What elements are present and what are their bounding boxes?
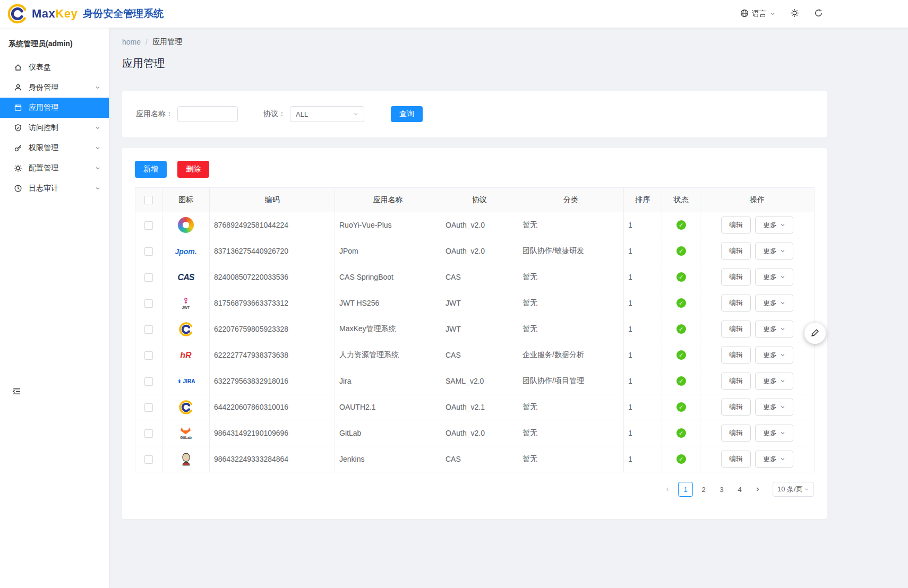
breadcrumb-home-link[interactable]: home bbox=[122, 38, 141, 46]
table-row: 876892492581044224RuoYi-Vue-PlusOAuth_v2… bbox=[135, 212, 815, 238]
sidebar-item-label: 日志审计 bbox=[29, 184, 95, 193]
logout-button[interactable] bbox=[814, 8, 823, 19]
more-button[interactable]: 更多 bbox=[755, 399, 793, 416]
cell-category: 暂无 bbox=[518, 446, 624, 472]
more-button[interactable]: 更多 bbox=[755, 295, 793, 312]
page-number-button[interactable]: 4 bbox=[732, 482, 747, 497]
chevron-down-icon bbox=[353, 111, 358, 117]
edit-button[interactable]: 编辑 bbox=[721, 217, 751, 234]
chevron-down-icon bbox=[780, 248, 785, 254]
more-button[interactable]: 更多 bbox=[755, 451, 793, 468]
status-enabled-icon: ✓ bbox=[676, 350, 686, 360]
brand-subtitle: 身份安全管理系统 bbox=[83, 7, 164, 21]
status-enabled-icon: ✓ bbox=[676, 376, 686, 386]
cell-code: 824008507220033536 bbox=[210, 264, 335, 290]
sidebar-item-access[interactable]: 访问控制 bbox=[0, 118, 109, 138]
cell-icon: Jpom. bbox=[162, 238, 210, 264]
settings-button[interactable] bbox=[790, 8, 799, 19]
cell-name: 人力资源管理系统 bbox=[335, 342, 441, 368]
next-page-button[interactable] bbox=[750, 482, 765, 497]
more-button[interactable]: 更多 bbox=[755, 373, 793, 390]
page-number-button[interactable]: 1 bbox=[678, 482, 693, 497]
cell-protocol: CAS bbox=[441, 264, 518, 290]
chevron-down-icon bbox=[780, 352, 785, 358]
row-checkbox[interactable] bbox=[144, 377, 153, 386]
sidebar-item-audit[interactable]: 日志审计 bbox=[0, 178, 109, 198]
cell-code: 986432249333284864 bbox=[210, 446, 335, 472]
app-name-input[interactable] bbox=[177, 106, 238, 122]
edit-button[interactable]: 编辑 bbox=[721, 425, 751, 442]
row-checkbox[interactable] bbox=[144, 403, 153, 412]
brand-name-max: Max bbox=[32, 7, 55, 21]
sidebar-footer bbox=[12, 386, 22, 398]
edit-button[interactable]: 编辑 bbox=[721, 295, 751, 312]
edit-button[interactable]: 编辑 bbox=[721, 269, 751, 286]
sidebar-collapse-button[interactable] bbox=[12, 386, 22, 398]
edit-button[interactable]: 编辑 bbox=[721, 373, 751, 390]
page-number-button[interactable]: 2 bbox=[696, 482, 711, 497]
cell-protocol: CAS bbox=[441, 446, 518, 472]
sidebar-item-apps[interactable]: 应用管理 bbox=[0, 98, 109, 118]
table-card: 新增 删除 图标编码应用名称协议分类排序状态操作 87689249258104 bbox=[122, 148, 827, 519]
row-checkbox[interactable] bbox=[144, 325, 153, 334]
delete-button[interactable]: 删除 bbox=[177, 161, 209, 178]
protocol-select[interactable]: ALL bbox=[290, 106, 364, 122]
page-size-value: 10 条/页 bbox=[777, 485, 803, 494]
edit-button[interactable]: 编辑 bbox=[721, 347, 751, 364]
sidebar-item-config[interactable]: 配置管理 bbox=[0, 158, 109, 178]
row-checkbox[interactable] bbox=[144, 455, 153, 464]
edit-button[interactable]: 编辑 bbox=[721, 399, 751, 416]
brand[interactable]: MaxKey 身份安全管理系统 bbox=[7, 4, 164, 24]
cas-logo-icon: CAS bbox=[178, 273, 194, 282]
row-checkbox[interactable] bbox=[144, 299, 153, 308]
select-all-checkbox[interactable] bbox=[144, 196, 153, 204]
cell-status: ✓ bbox=[662, 420, 700, 446]
chevron-down-icon bbox=[95, 166, 100, 171]
column-header-sort: 排序 bbox=[624, 188, 662, 212]
sidebar-item-permission[interactable]: 权限管理 bbox=[0, 138, 109, 158]
sidebar: 系统管理员(admin) 仪表盘身份管理应用管理访问控制权限管理配置管理日志审计 bbox=[0, 28, 109, 588]
cell-protocol: OAuth_v2.0 bbox=[441, 212, 518, 238]
edit-button[interactable]: 编辑 bbox=[721, 451, 751, 468]
cell-protocol: OAuth_v2.0 bbox=[441, 420, 518, 446]
table-toolbar: 新增 删除 bbox=[135, 161, 814, 178]
more-button[interactable]: 更多 bbox=[755, 217, 793, 234]
cell-select bbox=[135, 342, 162, 368]
row-checkbox[interactable] bbox=[144, 247, 153, 256]
maxkey-logo-icon bbox=[179, 322, 193, 336]
table-row: JWT817568793663373312JWT HS256JWT暂无1✓编辑更… bbox=[135, 290, 815, 316]
more-button[interactable]: 更多 bbox=[755, 425, 793, 442]
cell-sort: 1 bbox=[624, 212, 662, 238]
row-checkbox[interactable] bbox=[144, 429, 153, 438]
status-enabled-icon: ✓ bbox=[676, 428, 686, 438]
row-checkbox[interactable] bbox=[144, 221, 153, 230]
more-button[interactable]: 更多 bbox=[755, 269, 793, 286]
row-checkbox[interactable] bbox=[144, 273, 153, 282]
app-name-label: 应用名称： bbox=[136, 109, 173, 119]
cell-sort: 1 bbox=[624, 238, 662, 264]
sidebar-item-identity[interactable]: 身份管理 bbox=[0, 77, 109, 98]
page-size-select[interactable]: 10 条/页 bbox=[773, 482, 814, 497]
sidebar-nav: 仪表盘身份管理应用管理访问控制权限管理配置管理日志审计 bbox=[0, 57, 109, 198]
status-enabled-icon: ✓ bbox=[676, 454, 686, 464]
edit-button[interactable]: 编辑 bbox=[721, 321, 751, 338]
config-icon bbox=[14, 164, 22, 172]
cell-protocol: CAS bbox=[441, 342, 518, 368]
more-button[interactable]: 更多 bbox=[755, 243, 793, 260]
page-number-button[interactable]: 3 bbox=[714, 482, 729, 497]
language-switcher[interactable]: 语言 bbox=[740, 9, 775, 19]
sidebar-item-dashboard[interactable]: 仪表盘 bbox=[0, 57, 109, 77]
row-checkbox[interactable] bbox=[144, 351, 153, 360]
more-button[interactable]: 更多 bbox=[755, 321, 793, 338]
cell-status: ✓ bbox=[662, 342, 700, 368]
more-button[interactable]: 更多 bbox=[755, 347, 793, 364]
search-button[interactable]: 查询 bbox=[391, 106, 423, 122]
floating-annotate-button[interactable] bbox=[804, 323, 826, 344]
status-enabled-icon: ✓ bbox=[676, 298, 686, 308]
edit-button[interactable]: 编辑 bbox=[721, 243, 751, 260]
chevron-down-icon bbox=[780, 300, 785, 306]
chevron-down-icon bbox=[780, 430, 785, 436]
prev-page-button[interactable] bbox=[660, 482, 675, 497]
add-button[interactable]: 新增 bbox=[135, 161, 167, 178]
status-enabled-icon: ✓ bbox=[676, 246, 686, 256]
